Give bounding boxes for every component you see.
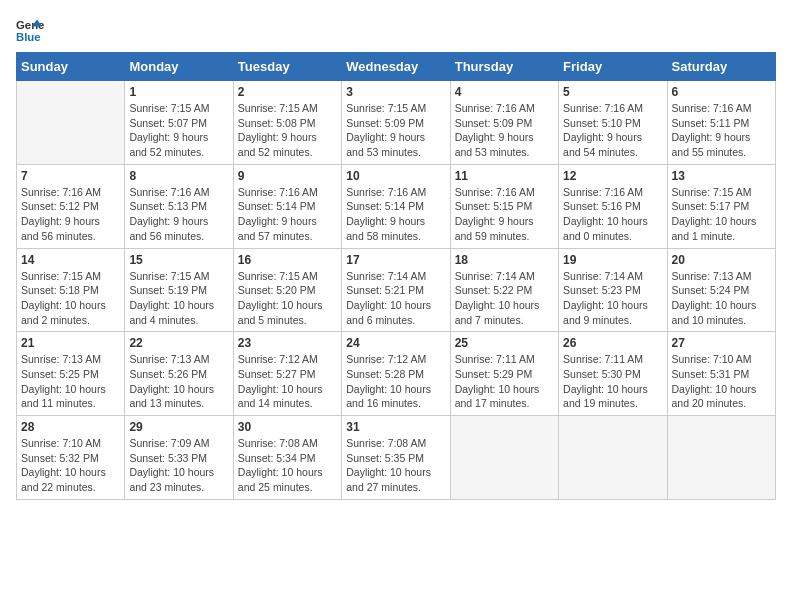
day-number: 3 — [346, 85, 445, 99]
logo-icon: General Blue — [16, 16, 44, 44]
day-number: 28 — [21, 420, 120, 434]
day-info: Sunrise: 7:14 AMSunset: 5:23 PMDaylight:… — [563, 269, 662, 328]
day-number: 12 — [563, 169, 662, 183]
calendar-cell: 12Sunrise: 7:16 AMSunset: 5:16 PMDayligh… — [559, 164, 667, 248]
day-number: 10 — [346, 169, 445, 183]
calendar-cell: 2Sunrise: 7:15 AMSunset: 5:08 PMDaylight… — [233, 81, 341, 165]
weekday-header-saturday: Saturday — [667, 53, 775, 81]
day-info: Sunrise: 7:13 AMSunset: 5:25 PMDaylight:… — [21, 352, 120, 411]
day-number: 8 — [129, 169, 228, 183]
day-number: 4 — [455, 85, 554, 99]
calendar-week-3: 14Sunrise: 7:15 AMSunset: 5:18 PMDayligh… — [17, 248, 776, 332]
day-number: 2 — [238, 85, 337, 99]
day-info: Sunrise: 7:16 AMSunset: 5:14 PMDaylight:… — [238, 185, 337, 244]
day-info: Sunrise: 7:13 AMSunset: 5:24 PMDaylight:… — [672, 269, 771, 328]
day-number: 14 — [21, 253, 120, 267]
calendar-cell: 16Sunrise: 7:15 AMSunset: 5:20 PMDayligh… — [233, 248, 341, 332]
day-info: Sunrise: 7:12 AMSunset: 5:27 PMDaylight:… — [238, 352, 337, 411]
day-info: Sunrise: 7:16 AMSunset: 5:09 PMDaylight:… — [455, 101, 554, 160]
day-info: Sunrise: 7:16 AMSunset: 5:12 PMDaylight:… — [21, 185, 120, 244]
day-number: 16 — [238, 253, 337, 267]
calendar-cell: 23Sunrise: 7:12 AMSunset: 5:27 PMDayligh… — [233, 332, 341, 416]
day-number: 21 — [21, 336, 120, 350]
calendar-cell — [559, 416, 667, 500]
day-info: Sunrise: 7:16 AMSunset: 5:15 PMDaylight:… — [455, 185, 554, 244]
day-number: 1 — [129, 85, 228, 99]
day-number: 5 — [563, 85, 662, 99]
day-info: Sunrise: 7:10 AMSunset: 5:31 PMDaylight:… — [672, 352, 771, 411]
calendar-week-5: 28Sunrise: 7:10 AMSunset: 5:32 PMDayligh… — [17, 416, 776, 500]
page-header: General Blue — [16, 16, 776, 44]
calendar-cell: 20Sunrise: 7:13 AMSunset: 5:24 PMDayligh… — [667, 248, 775, 332]
calendar-cell: 7Sunrise: 7:16 AMSunset: 5:12 PMDaylight… — [17, 164, 125, 248]
day-number: 31 — [346, 420, 445, 434]
calendar-body: 1Sunrise: 7:15 AMSunset: 5:07 PMDaylight… — [17, 81, 776, 500]
calendar-cell: 3Sunrise: 7:15 AMSunset: 5:09 PMDaylight… — [342, 81, 450, 165]
day-number: 20 — [672, 253, 771, 267]
day-info: Sunrise: 7:08 AMSunset: 5:34 PMDaylight:… — [238, 436, 337, 495]
day-number: 29 — [129, 420, 228, 434]
calendar-cell: 30Sunrise: 7:08 AMSunset: 5:34 PMDayligh… — [233, 416, 341, 500]
weekday-header-sunday: Sunday — [17, 53, 125, 81]
day-info: Sunrise: 7:14 AMSunset: 5:21 PMDaylight:… — [346, 269, 445, 328]
calendar-cell: 24Sunrise: 7:12 AMSunset: 5:28 PMDayligh… — [342, 332, 450, 416]
calendar-week-1: 1Sunrise: 7:15 AMSunset: 5:07 PMDaylight… — [17, 81, 776, 165]
day-info: Sunrise: 7:11 AMSunset: 5:29 PMDaylight:… — [455, 352, 554, 411]
day-info: Sunrise: 7:12 AMSunset: 5:28 PMDaylight:… — [346, 352, 445, 411]
calendar-cell: 13Sunrise: 7:15 AMSunset: 5:17 PMDayligh… — [667, 164, 775, 248]
weekday-header-friday: Friday — [559, 53, 667, 81]
day-number: 15 — [129, 253, 228, 267]
day-number: 26 — [563, 336, 662, 350]
day-number: 18 — [455, 253, 554, 267]
calendar-cell: 17Sunrise: 7:14 AMSunset: 5:21 PMDayligh… — [342, 248, 450, 332]
day-number: 25 — [455, 336, 554, 350]
calendar-cell: 19Sunrise: 7:14 AMSunset: 5:23 PMDayligh… — [559, 248, 667, 332]
calendar-cell — [667, 416, 775, 500]
day-info: Sunrise: 7:15 AMSunset: 5:18 PMDaylight:… — [21, 269, 120, 328]
day-info: Sunrise: 7:15 AMSunset: 5:09 PMDaylight:… — [346, 101, 445, 160]
calendar-cell — [17, 81, 125, 165]
calendar-cell: 1Sunrise: 7:15 AMSunset: 5:07 PMDaylight… — [125, 81, 233, 165]
calendar-cell: 15Sunrise: 7:15 AMSunset: 5:19 PMDayligh… — [125, 248, 233, 332]
weekday-header-row: SundayMondayTuesdayWednesdayThursdayFrid… — [17, 53, 776, 81]
calendar-cell: 6Sunrise: 7:16 AMSunset: 5:11 PMDaylight… — [667, 81, 775, 165]
day-number: 23 — [238, 336, 337, 350]
day-info: Sunrise: 7:16 AMSunset: 5:14 PMDaylight:… — [346, 185, 445, 244]
day-number: 19 — [563, 253, 662, 267]
day-info: Sunrise: 7:16 AMSunset: 5:13 PMDaylight:… — [129, 185, 228, 244]
day-info: Sunrise: 7:15 AMSunset: 5:07 PMDaylight:… — [129, 101, 228, 160]
calendar-table: SundayMondayTuesdayWednesdayThursdayFrid… — [16, 52, 776, 500]
day-info: Sunrise: 7:14 AMSunset: 5:22 PMDaylight:… — [455, 269, 554, 328]
calendar-cell: 26Sunrise: 7:11 AMSunset: 5:30 PMDayligh… — [559, 332, 667, 416]
calendar-cell — [450, 416, 558, 500]
calendar-cell: 21Sunrise: 7:13 AMSunset: 5:25 PMDayligh… — [17, 332, 125, 416]
day-number: 13 — [672, 169, 771, 183]
day-number: 7 — [21, 169, 120, 183]
day-info: Sunrise: 7:11 AMSunset: 5:30 PMDaylight:… — [563, 352, 662, 411]
svg-text:Blue: Blue — [16, 31, 41, 43]
calendar-cell: 29Sunrise: 7:09 AMSunset: 5:33 PMDayligh… — [125, 416, 233, 500]
calendar-cell: 25Sunrise: 7:11 AMSunset: 5:29 PMDayligh… — [450, 332, 558, 416]
calendar-cell: 4Sunrise: 7:16 AMSunset: 5:09 PMDaylight… — [450, 81, 558, 165]
day-info: Sunrise: 7:15 AMSunset: 5:08 PMDaylight:… — [238, 101, 337, 160]
weekday-header-thursday: Thursday — [450, 53, 558, 81]
day-number: 27 — [672, 336, 771, 350]
day-number: 6 — [672, 85, 771, 99]
calendar-cell: 22Sunrise: 7:13 AMSunset: 5:26 PMDayligh… — [125, 332, 233, 416]
calendar-cell: 27Sunrise: 7:10 AMSunset: 5:31 PMDayligh… — [667, 332, 775, 416]
calendar-header: SundayMondayTuesdayWednesdayThursdayFrid… — [17, 53, 776, 81]
day-number: 30 — [238, 420, 337, 434]
day-info: Sunrise: 7:09 AMSunset: 5:33 PMDaylight:… — [129, 436, 228, 495]
calendar-cell: 5Sunrise: 7:16 AMSunset: 5:10 PMDaylight… — [559, 81, 667, 165]
weekday-header-monday: Monday — [125, 53, 233, 81]
day-number: 17 — [346, 253, 445, 267]
calendar-cell: 10Sunrise: 7:16 AMSunset: 5:14 PMDayligh… — [342, 164, 450, 248]
day-number: 24 — [346, 336, 445, 350]
day-info: Sunrise: 7:13 AMSunset: 5:26 PMDaylight:… — [129, 352, 228, 411]
day-number: 11 — [455, 169, 554, 183]
day-info: Sunrise: 7:15 AMSunset: 5:19 PMDaylight:… — [129, 269, 228, 328]
day-info: Sunrise: 7:15 AMSunset: 5:17 PMDaylight:… — [672, 185, 771, 244]
calendar-cell: 31Sunrise: 7:08 AMSunset: 5:35 PMDayligh… — [342, 416, 450, 500]
day-info: Sunrise: 7:08 AMSunset: 5:35 PMDaylight:… — [346, 436, 445, 495]
day-number: 22 — [129, 336, 228, 350]
